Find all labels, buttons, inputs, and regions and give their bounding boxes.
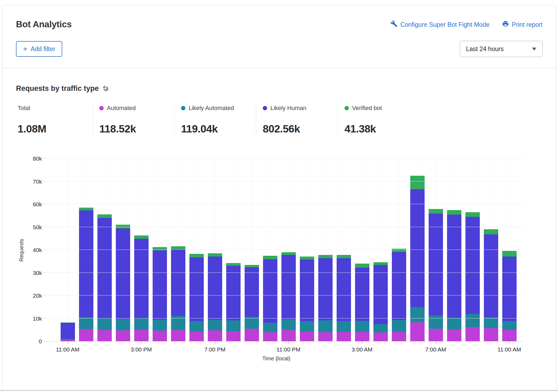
likely-automated-segment xyxy=(189,321,204,332)
likely-human-segment xyxy=(373,265,388,324)
stat-automated: Automated 118.52k xyxy=(93,105,174,135)
stacked-bar-5-00-am[interactable] xyxy=(392,249,406,341)
stacked-bar-11-00-pm[interactable] xyxy=(281,252,296,341)
likely-human-segment xyxy=(116,228,130,319)
likely-automated-segment xyxy=(208,320,222,331)
y-tick-label: 0 xyxy=(39,338,42,345)
stacked-bar-9-00-pm[interactable] xyxy=(245,265,259,341)
stacked-bar-3-00-am[interactable] xyxy=(355,264,369,341)
stat-automated-value: 118.52k xyxy=(99,123,174,135)
likely-human-segment xyxy=(281,255,296,319)
stacked-bar-5-00-pm[interactable] xyxy=(171,246,185,341)
stacked-bar-7-00-am[interactable] xyxy=(429,209,443,341)
automated-segment xyxy=(79,329,93,341)
verified-bot-segment xyxy=(410,176,425,189)
section-heading: Requests by traffic type xyxy=(16,84,99,93)
automated-segment xyxy=(281,330,296,341)
stacked-bar-8-00-am[interactable] xyxy=(447,210,461,341)
stat-verified-bot-value: 41.38k xyxy=(344,123,382,135)
stacked-bar-10-00-am[interactable] xyxy=(484,229,498,341)
verified-bot-segment xyxy=(226,263,241,266)
page-title: Bot Analytics xyxy=(16,19,72,29)
verified-bot-segment xyxy=(79,208,93,210)
stacked-bar-6-00-am[interactable] xyxy=(410,176,425,341)
automated-legend-dot xyxy=(99,106,104,110)
y-axis-title: Requests xyxy=(18,239,25,262)
x-tick-label: 3:00 PM xyxy=(131,346,152,353)
stacked-bar-11-00-am[interactable] xyxy=(502,251,517,341)
stacked-bar-3-00-pm[interactable] xyxy=(134,235,149,341)
verified-bot-segment xyxy=(392,249,406,252)
y-tick-label: 50k xyxy=(33,224,42,231)
bar-slot xyxy=(242,159,261,341)
automated-segment xyxy=(337,332,351,341)
stacked-bar-9-00-am[interactable] xyxy=(465,212,480,341)
likely-automated-segment xyxy=(226,320,241,331)
stacked-bar-2-00-pm[interactable] xyxy=(116,225,130,341)
stacked-bar-1-00-am[interactable] xyxy=(318,255,333,341)
bar-slot xyxy=(150,159,169,341)
verified-bot-segment xyxy=(208,253,222,257)
likely-automated-segment xyxy=(373,324,388,333)
verified-bot-segment xyxy=(355,264,369,268)
stacked-bar-4-00-pm[interactable] xyxy=(153,247,167,341)
stacked-bar-12-00-am[interactable] xyxy=(300,257,314,341)
verified-bot-segment xyxy=(337,255,351,258)
stat-likely-human-value: 802.56k xyxy=(263,123,338,135)
bar-slot xyxy=(334,159,353,341)
verified-bot-segment xyxy=(134,235,149,239)
y-tick-mark xyxy=(42,273,46,273)
bar-slot xyxy=(371,159,390,341)
verified-bot-segment xyxy=(465,212,480,217)
stacked-bar-12-00-pm[interactable] xyxy=(79,208,93,341)
stacked-bar-8-00-pm[interactable] xyxy=(226,263,241,341)
x-tick-label: 11:00 AM xyxy=(56,346,79,353)
automated-segment xyxy=(447,330,461,341)
x-tick-label: 3:00 AM xyxy=(352,346,372,353)
likely-human-segment xyxy=(97,218,112,318)
automated-segment xyxy=(226,331,241,341)
likely-human-segment xyxy=(337,258,351,321)
likely-human-segment xyxy=(208,257,222,320)
stacked-bar-7-00-pm[interactable] xyxy=(208,253,222,341)
configure-super-bot-fight-mode-link[interactable]: Configure Super Bot Fight Mode xyxy=(390,20,490,29)
likely-automated-segment xyxy=(355,321,369,332)
stacked-bar-11-00-am[interactable] xyxy=(61,323,75,341)
automated-segment xyxy=(171,330,185,341)
automated-segment xyxy=(429,329,443,341)
likely-human-segment xyxy=(263,259,277,323)
likely-human-legend-dot xyxy=(263,106,267,110)
stacked-bar-6-00-pm[interactable] xyxy=(189,254,204,341)
horizontal-gridline xyxy=(46,158,523,158)
time-range-select[interactable]: Last 24 hours xyxy=(460,41,543,57)
stacked-bar-4-00-am[interactable] xyxy=(373,262,388,341)
automated-segment xyxy=(189,332,204,341)
y-tick-mark xyxy=(42,295,46,295)
bar-slot xyxy=(187,159,206,341)
likely-human-segment xyxy=(245,267,259,317)
stat-total-label: Total xyxy=(18,105,30,112)
stat-total: Total 1.08M xyxy=(16,105,93,135)
y-tick-label: 30k xyxy=(33,270,42,276)
plus-icon: + xyxy=(23,45,27,53)
time-range-value: Last 24 hours xyxy=(466,45,504,53)
print-report-link[interactable]: Print report xyxy=(502,20,543,29)
likely-human-segment xyxy=(484,234,498,317)
stat-total-value: 1.08M xyxy=(18,123,93,135)
verified-bot-segment xyxy=(171,246,185,250)
automated-segment xyxy=(263,332,277,341)
horizontal-gridline xyxy=(46,181,523,181)
likely-human-segment xyxy=(171,249,185,316)
bar-slot xyxy=(445,159,463,341)
y-tick-mark xyxy=(42,227,46,227)
stacked-bar-10-00-pm[interactable] xyxy=(263,256,277,341)
add-filter-button[interactable]: + Add filter xyxy=(16,41,62,57)
stacked-bar-2-00-am[interactable] xyxy=(337,255,351,341)
automated-segment xyxy=(373,333,388,341)
stacked-bar-1-00-pm[interactable] xyxy=(97,214,112,341)
likely-automated-segment xyxy=(116,319,130,330)
x-tick-label: 7:00 AM xyxy=(425,346,446,353)
likely-automated-segment xyxy=(465,314,480,327)
x-tick-label: 7:00 PM xyxy=(204,346,225,353)
verified-bot-segment xyxy=(97,214,112,218)
